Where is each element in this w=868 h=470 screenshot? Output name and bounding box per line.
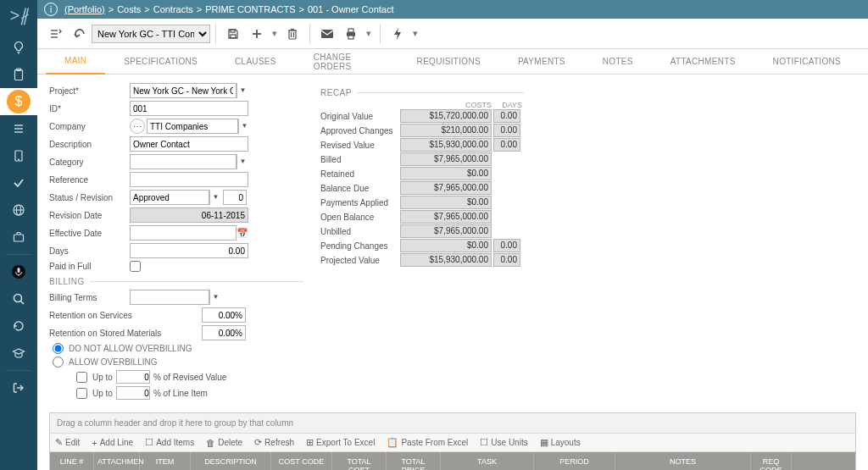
paidfull-checkbox[interactable]: [130, 261, 141, 272]
tab-payments[interactable]: PAYMENTS: [499, 49, 584, 75]
toggle-tree-icon[interactable]: [44, 23, 68, 45]
print-icon[interactable]: [339, 23, 363, 45]
breadcrumb-root[interactable]: (Portfolio): [64, 4, 105, 14]
grid-paste-button[interactable]: 📋Paste From Excel: [387, 437, 468, 448]
svg-rect-19: [231, 30, 235, 32]
retmat-field[interactable]: [202, 325, 246, 340]
grid-group-bar[interactable]: Drag a column header and drop it here to…: [50, 413, 855, 434]
delete-icon[interactable]: [281, 23, 304, 45]
col-attachment[interactable]: ATTACHMEN: [94, 452, 140, 470]
nav-education-icon[interactable]: [0, 340, 37, 367]
add-dropdown-icon[interactable]: ▾: [269, 23, 281, 45]
grid-useunits-button[interactable]: ☐Use Units: [480, 437, 527, 448]
project-field[interactable]: [130, 83, 236, 98]
billingterms-field[interactable]: [130, 290, 209, 305]
breadcrumb-part[interactable]: 001 - Owner Contact: [308, 4, 394, 14]
nav-mic-icon[interactable]: [0, 258, 37, 285]
nav-check-icon[interactable]: [0, 169, 37, 196]
nav-briefcase-icon[interactable]: [0, 224, 37, 251]
svg-rect-23: [289, 30, 296, 39]
breadcrumb-part[interactable]: PRIME CONTRACTS: [205, 4, 295, 14]
col-line[interactable]: LINE #: [50, 452, 94, 470]
upto1-field[interactable]: [116, 370, 150, 384]
bolt-icon[interactable]: [386, 23, 409, 45]
add-icon[interactable]: [245, 23, 269, 45]
company-lookup-icon[interactable]: ⋯: [130, 119, 145, 134]
col-totalcost[interactable]: TOTAL COST: [332, 452, 387, 470]
retserv-field[interactable]: [202, 307, 246, 323]
grid-layouts-button[interactable]: ▦Layouts: [540, 437, 581, 448]
tab-notifications[interactable]: NOTIFICATIONS: [754, 49, 860, 75]
allow-overbill-radio[interactable]: [53, 357, 64, 368]
upto1-checkbox[interactable]: [76, 372, 87, 383]
col-item[interactable]: ITEM: [140, 452, 191, 470]
category-dropdown-icon[interactable]: ▼: [236, 154, 248, 169]
col-notes[interactable]: NOTES: [615, 452, 751, 470]
grid-addline-button[interactable]: +Add Line: [92, 437, 133, 448]
id-field[interactable]: [130, 101, 248, 116]
upto2-field[interactable]: [116, 386, 150, 400]
description-field[interactable]: [130, 136, 248, 152]
col-totalprice[interactable]: TOTAL PRICE: [387, 452, 441, 470]
tab-requisitions[interactable]: REQUISITIONS: [398, 49, 499, 75]
no-overbill-label: DO NOT ALLOW OVERBILLING: [69, 344, 192, 353]
company-dropdown-icon[interactable]: ▼: [238, 119, 250, 134]
grid-refresh-button[interactable]: ⟳Refresh: [254, 437, 294, 448]
upto2-checkbox[interactable]: [76, 388, 87, 399]
svg-marker-32: [394, 28, 401, 40]
grid-delete-button[interactable]: 🗑Delete: [206, 437, 242, 448]
col-reqcode[interactable]: REQ CODE: [751, 452, 792, 470]
nav-tablet-icon[interactable]: [0, 142, 37, 169]
context-selector[interactable]: New York GC - TTI Companies - 001: [92, 25, 210, 43]
company-field[interactable]: [147, 119, 238, 134]
nav-costs-icon[interactable]: $: [0, 88, 37, 115]
revision-field[interactable]: [223, 190, 247, 205]
nav-idea-icon[interactable]: [0, 34, 37, 61]
svg-rect-28: [321, 30, 333, 38]
tab-clauses[interactable]: CLAUSES: [216, 49, 295, 75]
info-icon[interactable]: i: [44, 3, 58, 16]
grid-export-button[interactable]: ⊞Export To Excel: [306, 437, 375, 448]
calendar-icon[interactable]: 📅: [236, 228, 248, 239]
undo-icon[interactable]: [68, 23, 92, 45]
tab-specifications[interactable]: SPECIFICATIONS: [105, 49, 216, 75]
tab-notes[interactable]: NOTES: [584, 49, 652, 75]
recap-section-header: RECAP: [320, 88, 524, 97]
left-sidebar: >∦ $: [0, 0, 37, 470]
mail-icon[interactable]: [315, 23, 339, 45]
tab-changeorders[interactable]: CHANGE ORDERS: [295, 49, 398, 75]
nav-logout-icon[interactable]: [0, 374, 37, 401]
col-period[interactable]: PERIOD: [534, 452, 615, 470]
status-label: Status / Revision: [49, 193, 130, 202]
nav-clipboard-icon[interactable]: [0, 61, 37, 88]
effdate-label: Effective Date: [49, 229, 130, 238]
status-field[interactable]: [130, 190, 209, 205]
col-costcode[interactable]: COST CODE: [271, 452, 332, 470]
bolt-dropdown-icon[interactable]: ▾: [409, 23, 421, 45]
nav-globe-icon[interactable]: [0, 196, 37, 224]
nav-list-icon[interactable]: [0, 115, 37, 142]
allow-overbill-label: ALLOW OVERBILLING: [69, 357, 157, 367]
revdate-label: Revision Date: [49, 211, 130, 220]
grid-additems-button[interactable]: ☐Add Items: [145, 437, 194, 448]
description-label: Description: [49, 140, 130, 149]
print-dropdown-icon[interactable]: ▾: [363, 23, 375, 45]
no-overbill-radio[interactable]: [53, 343, 64, 354]
project-dropdown-icon[interactable]: ▼: [236, 83, 248, 98]
nav-history-icon[interactable]: [0, 312, 37, 340]
category-field[interactable]: [130, 154, 236, 169]
breadcrumb-part[interactable]: Costs: [117, 4, 141, 14]
status-dropdown-icon[interactable]: ▼: [209, 190, 221, 205]
grid-edit-button[interactable]: ✎Edit: [55, 437, 80, 448]
billingterms-dropdown-icon[interactable]: ▼: [209, 290, 221, 305]
col-description[interactable]: DESCRIPTION: [191, 452, 271, 470]
tab-main[interactable]: MAIN: [46, 49, 105, 75]
reference-field[interactable]: [130, 172, 248, 187]
save-icon[interactable]: [221, 23, 245, 45]
nav-search-icon[interactable]: [0, 285, 37, 312]
col-task[interactable]: TASK: [441, 452, 534, 470]
days-field[interactable]: [130, 243, 248, 258]
breadcrumb-part[interactable]: Contracts: [153, 4, 193, 14]
tab-attachments[interactable]: ATTACHMENTS: [652, 49, 754, 75]
effdate-field[interactable]: [130, 225, 236, 241]
